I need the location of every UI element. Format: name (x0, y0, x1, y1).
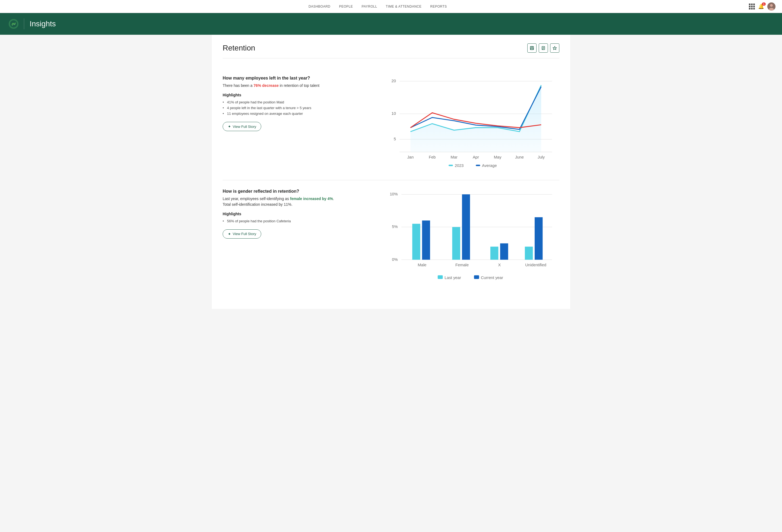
svg-text:Unidentified: Unidentified (525, 263, 546, 267)
svg-text:Average: Average (482, 163, 497, 168)
retention-header: Retention (223, 43, 559, 53)
svg-text:5: 5 (394, 137, 396, 141)
svg-rect-43 (474, 275, 479, 279)
app-logo (9, 19, 19, 29)
svg-text:10%: 10% (390, 192, 397, 196)
grid-icon[interactable] (749, 3, 755, 9)
svg-text:Feb: Feb (429, 155, 435, 159)
svg-text:5%: 5% (392, 225, 398, 229)
view-full-story-button-2[interactable]: ✦ View Full Story (223, 229, 261, 238)
highlights-list-1: 41% of people had the position Maid 4 pe… (223, 99, 374, 116)
svg-rect-41 (438, 275, 443, 279)
save-button[interactable] (527, 43, 537, 53)
svg-text:May: May (494, 155, 501, 159)
story-text-1: How many employees left in the last year… (223, 76, 374, 131)
bar-female-current (462, 194, 470, 260)
highlight-female-4pct: female increased by 4% (290, 196, 333, 201)
header-bar: Insights (0, 13, 782, 35)
highlight-76-decrease: 76% decrease (254, 83, 279, 88)
svg-text:Male: Male (418, 263, 426, 267)
bell-icon[interactable]: 🔔 1 (758, 3, 764, 9)
story-desc-2: Last year, employees self-identifying as… (223, 196, 374, 207)
svg-text:Mar: Mar (451, 155, 457, 159)
svg-text:Apr: Apr (473, 155, 479, 159)
download-button[interactable] (539, 43, 548, 53)
view-full-story-button-1[interactable]: ✦ View Full Story (223, 122, 261, 131)
line-chart-1: 20 10 5 Jan Feb Mar Apr May June July (385, 76, 559, 171)
main-content: Retention (212, 35, 570, 309)
bar-unidentified-current (535, 217, 542, 260)
svg-marker-11 (553, 46, 557, 50)
nav-dashboard[interactable]: DASHBOARD (309, 5, 330, 8)
svg-text:2023: 2023 (455, 163, 464, 168)
svg-text:Female: Female (455, 263, 469, 267)
svg-text:Last year: Last year (445, 275, 461, 279)
story-text-2: How is gender reflected in retention? La… (223, 189, 374, 238)
highlight-item: 56% of people had the position Cafeteria (223, 218, 374, 224)
notification-badge: 1 (762, 2, 766, 6)
svg-text:0%: 0% (392, 257, 398, 262)
retention-actions (527, 43, 559, 53)
star-button[interactable] (550, 43, 559, 53)
story-section-1: How many employees left in the last year… (223, 67, 559, 180)
svg-rect-27 (449, 165, 453, 166)
svg-text:June: June (515, 155, 524, 159)
bar-male-last (412, 224, 420, 260)
user-avatar[interactable] (767, 2, 776, 10)
story-question-1: How many employees left in the last year… (223, 76, 374, 81)
sparkle-icon-2: ✦ (228, 232, 231, 236)
story-question-2: How is gender reflected in retention? (223, 189, 374, 194)
bar-x-last (490, 246, 498, 260)
story-desc-1: There has been a 76% decrease in retenti… (223, 83, 374, 88)
svg-text:Jan: Jan (407, 155, 414, 159)
highlights-label-1: Highlights (223, 93, 374, 97)
svg-rect-5 (531, 46, 533, 48)
nav-time-attendance[interactable]: TIME & ATTENDANCE (386, 5, 422, 8)
sparkle-icon-1: ✦ (228, 124, 231, 129)
svg-point-1 (770, 4, 773, 7)
highlights-label-2: Highlights (223, 212, 374, 216)
svg-text:July: July (538, 155, 545, 159)
bar-x-current (500, 243, 508, 260)
highlight-item: 11 employees resigned on average each qu… (223, 111, 374, 116)
bar-female-last (452, 227, 460, 260)
nav-links: DASHBOARD PEOPLE PAYROLL TIME & ATTENDAN… (309, 5, 447, 8)
svg-rect-6 (531, 48, 533, 50)
highlights-list-2: 56% of people had the position Cafeteria (223, 218, 374, 224)
top-nav: DASHBOARD PEOPLE PAYROLL TIME & ATTENDAN… (0, 0, 782, 13)
header-divider (24, 18, 24, 29)
nav-right: 🔔 1 (749, 2, 776, 10)
svg-text:X: X (498, 263, 501, 267)
svg-text:10: 10 (392, 111, 396, 116)
svg-text:20: 20 (392, 79, 396, 83)
nav-reports[interactable]: REPORTS (430, 5, 447, 8)
bar-unidentified-last (525, 246, 533, 260)
nav-people[interactable]: PEOPLE (339, 5, 353, 8)
section-divider (223, 58, 559, 59)
highlight-item: 4 people left in the last quarter with a… (223, 105, 374, 111)
bar-male-current (422, 220, 430, 260)
story-section-2: How is gender reflected in retention? La… (223, 180, 559, 301)
bar-chart-2: 10% 5% 0% Male Female (385, 189, 559, 292)
nav-payroll[interactable]: PAYROLL (362, 5, 377, 8)
svg-rect-29 (476, 165, 480, 166)
retention-title: Retention (223, 44, 255, 52)
svg-text:Current year: Current year (481, 275, 503, 279)
page-title: Insights (30, 20, 56, 28)
highlight-item: 41% of people had the position Maid (223, 99, 374, 105)
